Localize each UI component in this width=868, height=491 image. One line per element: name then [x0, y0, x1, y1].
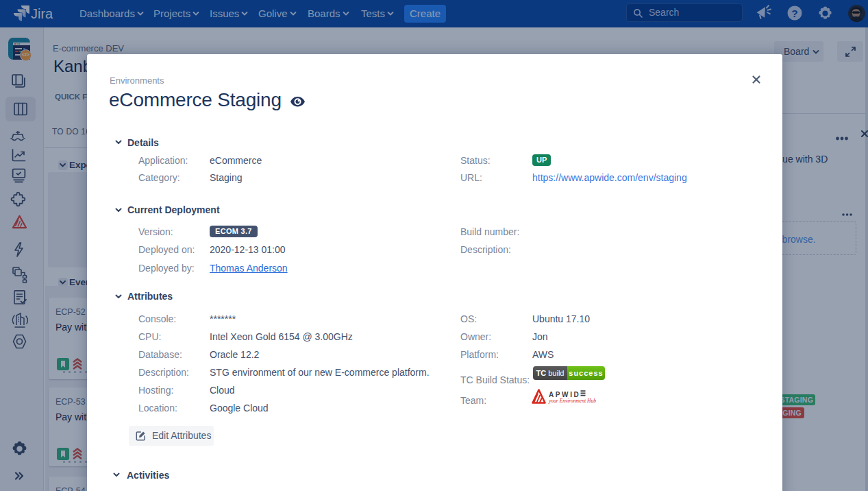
svg-text:your Environment Hub: your Environment Hub	[548, 398, 596, 404]
